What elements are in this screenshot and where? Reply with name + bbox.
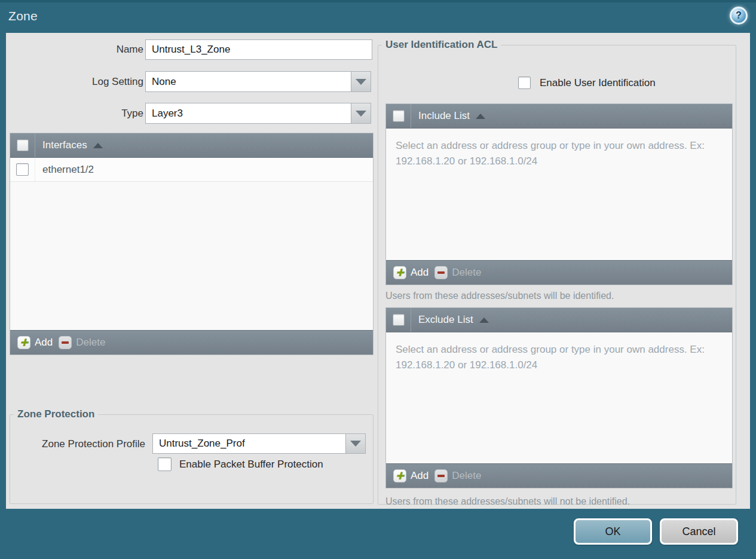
ok-button[interactable]: OK [574,518,652,545]
interfaces-select-all-checkbox[interactable] [17,139,29,151]
page-title: Zone [8,9,38,23]
row-checkbox[interactable] [16,163,29,176]
type-dropdown-button[interactable] [351,103,371,124]
zone-protection-legend: Zone Protection [14,408,98,420]
interfaces-header-label: Interfaces [42,139,87,151]
delete-icon [434,469,448,482]
log-setting-dropdown-button[interactable] [351,71,371,92]
exclude-delete-label: Delete [452,470,481,482]
user-identification-acl-section: User Identification ACL Enable User Iden… [378,39,736,505]
exclude-list-header-label: Exclude List [418,314,473,326]
sort-ascending-icon[interactable] [479,317,489,323]
table-row[interactable]: ethernet1/2 [10,158,373,182]
add-icon: ✚ [393,469,406,482]
include-delete-button[interactable]: Delete [434,266,481,279]
interface-name: ethernet1/2 [35,164,94,176]
log-setting-label: Log Setting [36,76,143,88]
user-identification-acl-legend: User Identification ACL [382,39,501,51]
dialog-body: Name Log Setting Type Interfaces [6,33,750,509]
log-setting-input[interactable] [145,71,351,92]
help-icon[interactable]: ? [730,7,748,25]
delete-label: Delete [76,337,105,349]
help-glyph: ? [736,10,742,21]
zone-dialog-window: Zone ? Name Log Setting Type Interfaces [0,0,756,559]
zone-protection-profile-dropdown-button[interactable] [346,433,366,454]
include-list-footer: ✚ Add Delete [386,260,732,285]
include-add-label: Add [411,267,428,279]
interfaces-table-footer: ✚ Add Delete [10,330,373,355]
exclude-add-button[interactable]: ✚ Add [393,469,428,482]
zone-protection-profile-label: Zone Protection Profile [19,438,145,450]
add-icon: ✚ [393,266,406,279]
exclude-select-all-checkbox[interactable] [393,314,405,326]
sort-ascending-icon[interactable] [93,143,103,148]
interfaces-table: Interfaces ethernet1/2 ✚ Add [10,133,374,355]
exclude-add-label: Add [411,470,428,482]
interfaces-table-header: Interfaces [10,133,373,158]
dialog-titlebar: Zone ? [0,0,756,33]
exclude-select-all-cell [386,308,411,332]
add-label: Add [35,337,53,349]
include-list-placeholder: Select an address or address group or ty… [386,129,732,169]
include-add-button[interactable]: ✚ Add [393,266,428,279]
exclude-list-placeholder: Select an address or address group or ty… [386,332,732,373]
zone-protection-section: Zone Protection Zone Protection Profile … [10,408,374,504]
include-select-all-checkbox[interactable] [393,110,405,122]
include-list-caption: Users from these addresses/subnets will … [385,291,614,301]
type-input[interactable] [145,103,351,124]
exclude-delete-button[interactable]: Delete [434,469,481,482]
add-button[interactable]: ✚ Add [17,336,53,349]
include-select-all-cell [386,104,411,128]
packet-buffer-protection-checkbox[interactable] [158,457,172,471]
enable-user-identification-label: Enable User Identification [540,77,656,89]
exclude-list-footer: ✚ Add Delete [386,463,732,488]
delete-icon [59,336,72,349]
type-label: Type [36,108,143,120]
exclude-list-table: Exclude List Select an address or addres… [385,307,733,488]
add-icon: ✚ [17,336,30,349]
include-list-table: Include List Select an address or addres… [385,103,733,285]
packet-buffer-protection-label: Enable Packet Buffer Protection [179,459,323,471]
zone-protection-profile-input[interactable] [152,433,346,454]
include-list-header: Include List [386,104,732,129]
sort-ascending-icon[interactable] [476,114,485,119]
exclude-list-caption: Users from these addresses/subnets will … [385,496,630,507]
include-list-header-label: Include List [418,110,470,122]
name-label: Name [36,44,143,56]
interfaces-select-all-cell [10,133,35,157]
include-delete-label: Delete [452,267,481,279]
cancel-button[interactable]: Cancel [660,518,738,545]
exclude-list-header: Exclude List [386,308,732,332]
name-input[interactable] [145,39,372,60]
delete-icon [434,266,448,279]
row-checkbox-cell [10,158,35,181]
delete-button[interactable]: Delete [59,336,105,349]
enable-user-identification-checkbox[interactable] [518,77,531,89]
